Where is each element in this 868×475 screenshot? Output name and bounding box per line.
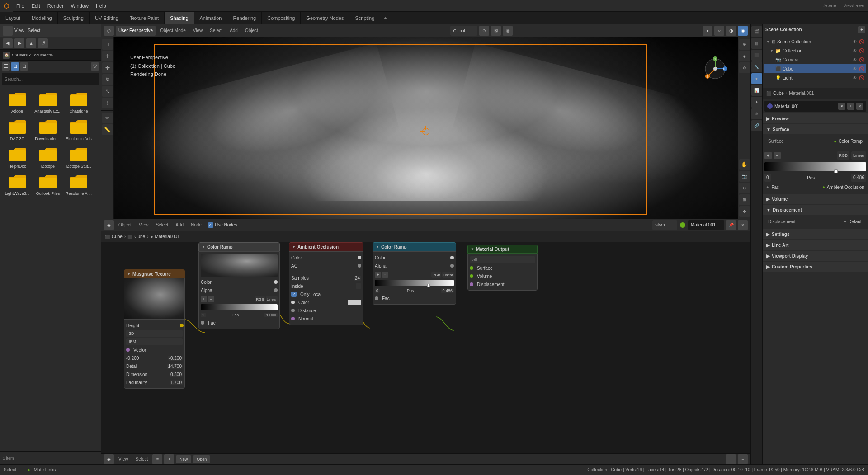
tab-uv-editing[interactable]: UV Editing bbox=[90, 12, 124, 24]
ao-only-local-checkbox[interactable]: ✓ bbox=[291, 292, 297, 297]
tab-add[interactable]: + bbox=[380, 12, 390, 24]
node-material-name-field[interactable]: Material.001 bbox=[688, 220, 724, 230]
ramp-rgb-selector[interactable]: RGB bbox=[837, 151, 849, 160]
ao-inside-checkbox[interactable] bbox=[356, 283, 361, 289]
tool-walk[interactable]: ✋ bbox=[739, 159, 750, 170]
tab-sculpting[interactable]: Sculpting bbox=[58, 12, 90, 24]
tree-collection[interactable]: ▼ 📁 Collection 👁 🚫 bbox=[764, 46, 866, 55]
node-object-btn[interactable]: Object bbox=[116, 220, 134, 230]
menu-file[interactable]: File bbox=[13, 0, 28, 12]
ao-color-swatch[interactable] bbox=[348, 300, 361, 305]
node-node-btn[interactable]: Node bbox=[188, 220, 204, 230]
musgrave-fbm-selector[interactable]: fBM bbox=[126, 338, 183, 345]
node-select-btn2[interactable]: Select bbox=[133, 454, 151, 464]
menu-window[interactable]: Window bbox=[67, 0, 92, 12]
tool-shading-options[interactable]: ⊘ bbox=[739, 62, 750, 73]
cr2-interp-selector[interactable]: Linear bbox=[442, 272, 454, 278]
tab-compositing[interactable]: Compositing bbox=[262, 12, 301, 24]
node-new-btn[interactable]: New bbox=[176, 455, 191, 463]
node-view-btn2[interactable]: View bbox=[116, 454, 131, 464]
sidebar-editor-type[interactable]: ≡ bbox=[3, 26, 13, 36]
tree-camera[interactable]: 📷 Camera 👁 🚫 bbox=[764, 55, 866, 64]
material-new[interactable]: + bbox=[847, 103, 854, 110]
mo-all-selector[interactable]: All bbox=[470, 256, 535, 263]
folder-helpndoc[interactable]: HelpnDoc bbox=[4, 145, 31, 169]
menu-edit[interactable]: Edit bbox=[28, 0, 44, 12]
tree-cube[interactable]: ⬛ Cube 👁 🚫 bbox=[764, 64, 866, 73]
settings-header[interactable]: ▶ Settings bbox=[763, 229, 868, 239]
folder-daz3d[interactable]: DAZ 3D bbox=[4, 118, 31, 141]
displacement-header[interactable]: ▼ Displacement bbox=[763, 205, 868, 215]
tool-select-box[interactable]: □ bbox=[102, 39, 113, 50]
viewport-transform-pivot[interactable]: ⊙ bbox=[479, 26, 489, 36]
material-browse[interactable]: ▾ bbox=[838, 103, 845, 110]
tool-overlay-options[interactable]: ◈ bbox=[739, 51, 750, 61]
surface-header[interactable]: ▼ Surface bbox=[763, 124, 868, 134]
viewport-transform-global[interactable]: Global bbox=[450, 26, 477, 36]
cr1-remove-btn[interactable]: − bbox=[208, 296, 214, 302]
tab-modeling[interactable]: Modeling bbox=[26, 12, 58, 24]
volume-header[interactable]: ▶ Volume bbox=[763, 194, 868, 204]
viewport-snap[interactable]: ⊠ bbox=[491, 26, 501, 36]
nav-refresh[interactable]: ↺ bbox=[38, 38, 48, 48]
cr2-ramp-bar[interactable] bbox=[375, 280, 454, 286]
node-zoom-in[interactable]: + bbox=[726, 454, 736, 464]
tree-light[interactable]: 💡 Light 👁 🚫 bbox=[764, 73, 866, 82]
tool-pan[interactable]: ✥ bbox=[739, 206, 750, 217]
tool-scale[interactable]: ⤡ bbox=[102, 86, 113, 97]
tab-animation[interactable]: Animation bbox=[194, 12, 228, 24]
scene-new-btn[interactable]: + bbox=[858, 26, 865, 33]
nav-up[interactable]: ▲ bbox=[26, 38, 36, 48]
musgrave-type-selector[interactable]: 3D bbox=[126, 330, 183, 337]
folder-lightwave[interactable]: LightWave3... bbox=[4, 172, 31, 196]
preview-header[interactable]: ▶ Preview bbox=[763, 113, 868, 123]
tab-layout[interactable]: Layout bbox=[0, 12, 26, 24]
tool-move[interactable]: ✤ bbox=[102, 62, 113, 73]
node-layout-btn[interactable]: ≡ bbox=[152, 454, 162, 464]
line-art-header[interactable]: ▶ Line Art bbox=[763, 240, 868, 250]
props-scene[interactable]: 🎬 bbox=[751, 26, 762, 37]
path-home[interactable]: 🏠 bbox=[3, 52, 10, 59]
tool-cursor[interactable]: ✛ bbox=[102, 51, 113, 61]
folder-chataigne[interactable]: Chataigne bbox=[65, 90, 92, 114]
view-list[interactable]: ☰ bbox=[2, 62, 10, 71]
ramp-interp-selector[interactable]: Linear bbox=[851, 151, 866, 160]
folder-electronic-arts[interactable]: Electronic Arts bbox=[65, 118, 92, 141]
color-ramp-bar[interactable] bbox=[764, 162, 866, 171]
viewport-material-mode[interactable]: ◑ bbox=[726, 26, 736, 36]
viewport-gizmo[interactable]: X Y Z bbox=[702, 55, 729, 82]
folder-izotope[interactable]: iZotope bbox=[34, 145, 61, 169]
tool-camera-lock[interactable]: 📷 bbox=[739, 171, 750, 182]
tab-texture-paint[interactable]: Texture Paint bbox=[124, 12, 165, 24]
tab-shading[interactable]: Shading bbox=[165, 12, 194, 24]
tool-view-options[interactable]: ⊕ bbox=[739, 39, 750, 50]
folder-izotope-stut[interactable]: iZotope Stut... bbox=[65, 145, 92, 169]
node-view-btn[interactable]: View bbox=[136, 220, 151, 230]
viewport-proportional[interactable]: ◎ bbox=[503, 26, 513, 36]
viewport-solid-mode[interactable]: ● bbox=[703, 26, 712, 36]
props-renderlayer[interactable]: ▥ bbox=[751, 38, 762, 49]
folder-outlook[interactable]: Outlook Files bbox=[34, 172, 61, 196]
viewport-select-btn[interactable]: Select bbox=[207, 26, 225, 36]
filter-btn[interactable]: ▽ bbox=[91, 62, 99, 71]
props-object[interactable]: ⬛ bbox=[751, 50, 762, 61]
node-close[interactable]: ✕ bbox=[738, 220, 748, 230]
cr2-add-btn[interactable]: + bbox=[375, 272, 381, 278]
menu-render[interactable]: Render bbox=[44, 0, 67, 12]
tool-rotate[interactable]: ↻ bbox=[102, 74, 113, 85]
tab-scripting[interactable]: Scripting bbox=[349, 12, 380, 24]
folder-downloaded[interactable]: Downloaded... bbox=[34, 118, 61, 141]
node-editor-type-bottom[interactable]: ◉ bbox=[104, 454, 114, 464]
node-slot-selector[interactable]: Slot 1 bbox=[652, 220, 677, 230]
folder-adobe[interactable]: Adobe bbox=[4, 90, 31, 114]
node-add-panel-btn[interactable]: + bbox=[164, 454, 174, 464]
viewport-object-mode[interactable]: Object Mode bbox=[157, 26, 189, 36]
cr1-ramp-bar[interactable] bbox=[201, 304, 278, 310]
ramp-remove-btn[interactable]: − bbox=[774, 152, 781, 159]
tree-scene-collection[interactable]: ▼ ⊞ Scene Collection 👁 🚫 bbox=[764, 37, 866, 46]
folder-anastasiy[interactable]: Anastasiy Ex... bbox=[34, 90, 61, 114]
node-zoom-out[interactable]: − bbox=[738, 454, 748, 464]
cr1-add-btn[interactable]: + bbox=[201, 296, 207, 302]
search-input[interactable] bbox=[2, 73, 99, 85]
folder-resolume[interactable]: Resolume Al... bbox=[65, 172, 92, 196]
